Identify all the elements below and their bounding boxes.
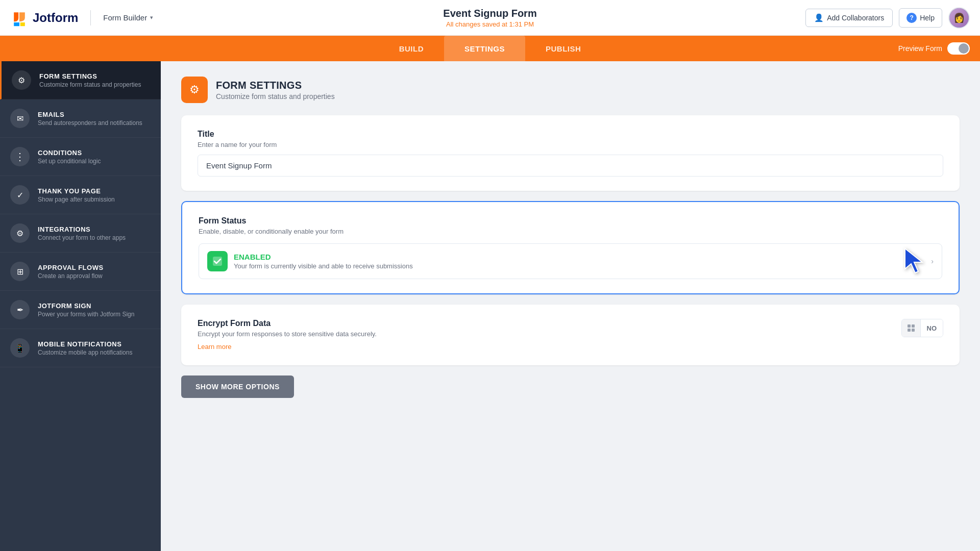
form-builder-dropdown[interactable]: Form Builder ▾ (103, 13, 153, 22)
checkmark-icon: ✓ (10, 185, 30, 205)
encrypt-toggle[interactable]: NO (901, 319, 944, 337)
tab-publish[interactable]: PUBLISH (525, 36, 601, 61)
avatar[interactable]: 👩 (948, 7, 970, 29)
enabled-desc: Your form is currently visible and able … (234, 262, 413, 270)
svg-rect-2 (908, 324, 911, 328)
sidebar-subtitle-conditions: Set up conditional logic (38, 158, 101, 165)
sidebar-subtitle-approval-flows: Create an approval flow (38, 272, 104, 280)
form-status-card: Form Status Enable, disable, or conditio… (181, 201, 960, 294)
approval-flows-icon: ⊞ (10, 262, 30, 281)
form-title-input[interactable] (198, 155, 943, 177)
encrypt-left: Encrypt Form Data Encrypt your form resp… (198, 319, 377, 351)
sidebar-subtitle-emails: Send autoresponders and notifications (38, 119, 142, 127)
header-divider (90, 10, 91, 26)
encrypt-card: Encrypt Form Data Encrypt your form resp… (181, 305, 960, 365)
header-left: Jotform Form Builder ▾ (10, 9, 153, 27)
form-title: Event Signup Form (443, 8, 536, 19)
form-status-option[interactable]: ENABLED Your form is currently visible a… (199, 243, 942, 279)
svg-rect-5 (912, 329, 915, 332)
title-card: Title Enter a name for your form (181, 115, 960, 191)
header-right: 👤 Add Collaborators ? Help 👩 (805, 7, 970, 29)
sidebar-subtitle-thank-you: Show page after submission (38, 196, 115, 203)
sidebar-item-approval-flows[interactable]: ⊞ APPROVAL FLOWS Create an approval flow (0, 253, 161, 291)
sidebar-title-jotform-sign: JOTFORM SIGN (38, 302, 134, 310)
sidebar-title-form-settings: FORM SETTINGS (39, 72, 141, 80)
add-collaborators-button[interactable]: 👤 Add Collaborators (805, 9, 893, 27)
page-header-subtitle: Customize form status and properties (216, 92, 335, 101)
page-header-icon: ⚙ (181, 77, 208, 103)
enabled-icon (207, 251, 228, 271)
sidebar-item-integrations[interactable]: ⚙ INTEGRATIONS Connect your form to othe… (0, 214, 161, 253)
sidebar-subtitle-jotform-sign: Power your forms with Jotform Sign (38, 311, 134, 318)
tab-build[interactable]: BUILD (379, 36, 444, 61)
conditions-icon: ⋮ (10, 147, 30, 166)
sidebar-title-mobile-notifications: MOBILE NOTIFICATIONS (38, 340, 132, 348)
page-header-title: FORM SETTINGS (216, 80, 335, 91)
preview-form-label: Preview Form (898, 44, 942, 53)
toggle-grid-icon (902, 319, 921, 337)
sidebar-subtitle-mobile-notifications: Customize mobile app notifications (38, 349, 132, 356)
encrypt-row: Encrypt Form Data Encrypt your form resp… (198, 319, 943, 351)
form-enabled-svg (212, 256, 223, 267)
chevron-right-icon: › (931, 257, 934, 265)
add-collaborators-label: Add Collaborators (827, 14, 884, 22)
header-center: Event Signup Form All changes saved at 1… (443, 8, 536, 28)
enabled-label: ENABLED (234, 253, 413, 261)
email-icon: ✉ (10, 109, 30, 128)
sidebar-item-jotform-sign[interactable]: ✒ JOTFORM SIGN Power your forms with Jot… (0, 291, 161, 329)
sidebar-item-thank-you[interactable]: ✓ THANK YOU PAGE Show page after submiss… (0, 176, 161, 214)
gear-icon: ⚙ (12, 70, 31, 90)
integrations-icon: ⚙ (10, 223, 30, 243)
header: Jotform Form Builder ▾ Event Signup Form… (0, 0, 980, 36)
content-area: ⚙ FORM SETTINGS Customize form status an… (161, 61, 980, 551)
sidebar-text-form-settings: FORM SETTINGS Customize form status and … (39, 72, 141, 88)
chevron-down-icon: ▾ (150, 14, 153, 21)
sidebar-item-conditions[interactable]: ⋮ CONDITIONS Set up conditional logic (0, 138, 161, 176)
sidebar-title-approval-flows: APPROVAL FLOWS (38, 264, 104, 271)
tab-settings[interactable]: SETTINGS (444, 36, 525, 61)
nav-bar: BUILD SETTINGS PUBLISH Preview Form (0, 36, 980, 61)
help-button[interactable]: ? Help (899, 8, 942, 28)
encrypt-desc: Encrypt your form responses to store sen… (198, 330, 377, 338)
toggle-knob (959, 43, 969, 54)
sidebar-title-conditions: CONDITIONS (38, 149, 101, 157)
tab-settings-label: SETTINGS (464, 44, 505, 53)
toggle-no-label: NO (921, 319, 943, 337)
mobile-icon: 📱 (10, 338, 30, 358)
sidebar-item-emails[interactable]: ✉ EMAILS Send autoresponders and notific… (0, 99, 161, 138)
sidebar-item-form-settings[interactable]: ⚙ FORM SETTINGS Customize form status an… (0, 61, 161, 99)
help-circle-icon: ? (906, 13, 917, 23)
tab-build-label: BUILD (399, 44, 424, 53)
preview-form-area: Preview Form (898, 42, 970, 55)
form-status-section: Form Status Enable, disable, or conditio… (181, 201, 960, 294)
tab-publish-label: PUBLISH (546, 44, 581, 53)
help-label: Help (920, 14, 935, 22)
svg-rect-4 (908, 329, 911, 332)
form-status-hint: Enable, disable, or conditionally enable… (199, 228, 942, 235)
sidebar: ⚙ FORM SETTINGS Customize form status an… (0, 61, 161, 551)
saved-status: All changes saved at 1:31 PM (443, 20, 536, 28)
title-field-hint: Enter a name for your form (198, 141, 943, 148)
form-status-label: Form Status (199, 216, 942, 226)
show-more-options-button[interactable]: SHOW MORE OPTIONS (181, 375, 294, 398)
sidebar-title-emails: EMAILS (38, 111, 142, 118)
blue-cursor (901, 246, 929, 279)
logo-text: Jotform (33, 11, 78, 25)
person-icon: 👤 (814, 13, 824, 22)
sidebar-subtitle-integrations: Connect your form to other apps (38, 234, 126, 241)
learn-more-link[interactable]: Learn more (198, 343, 231, 350)
sidebar-title-integrations: INTEGRATIONS (38, 226, 126, 233)
sign-icon: ✒ (10, 300, 30, 319)
avatar-image: 👩 (949, 7, 969, 29)
page-header: ⚙ FORM SETTINGS Customize form status an… (181, 77, 960, 103)
sidebar-item-mobile-notifications[interactable]: 📱 MOBILE NOTIFICATIONS Customize mobile … (0, 329, 161, 367)
encrypt-title: Encrypt Form Data (198, 319, 377, 328)
preview-form-toggle[interactable] (947, 42, 970, 55)
form-builder-label: Form Builder (103, 13, 147, 22)
title-field-label: Title (198, 130, 943, 139)
svg-rect-3 (912, 324, 915, 328)
main-layout: ⚙ FORM SETTINGS Customize form status an… (0, 61, 980, 551)
sidebar-title-thank-you: THANK YOU PAGE (38, 187, 115, 195)
logo: Jotform (10, 9, 78, 27)
sidebar-subtitle-form-settings: Customize form status and properties (39, 81, 141, 88)
